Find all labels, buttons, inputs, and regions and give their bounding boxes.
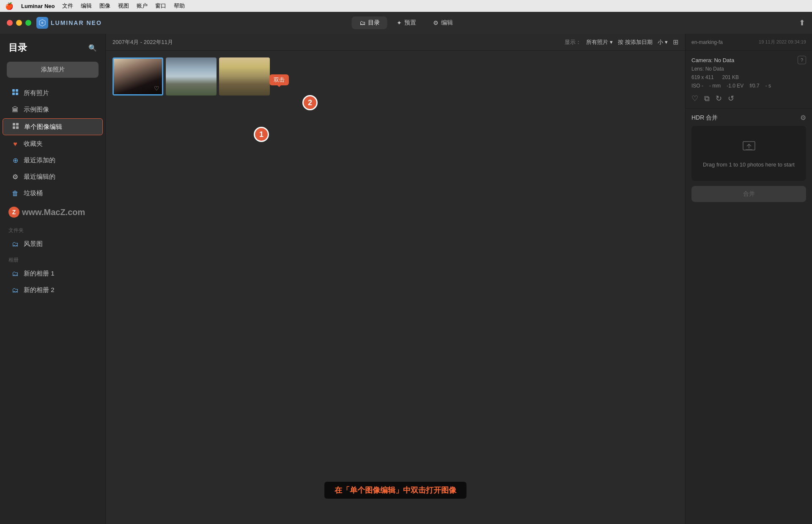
menubar: 🍎 Luminar Neo 文件 编辑 图像 视图 账户 窗口 帮助 bbox=[0, 0, 812, 12]
svg-rect-6 bbox=[13, 123, 15, 126]
menu-file[interactable]: 文件 bbox=[62, 2, 73, 10]
menu-view[interactable]: 视图 bbox=[118, 2, 129, 10]
hdr-merge-button[interactable]: 合并 bbox=[691, 186, 806, 202]
sidebar-item-landscapes[interactable]: 🗂 风景图 bbox=[3, 236, 103, 252]
folder-icon: 🗂 bbox=[11, 240, 19, 248]
hdr-title: HDR 合并 bbox=[691, 114, 718, 122]
chevron-down-icon: ▾ bbox=[610, 39, 613, 45]
sidebar-item-label: 最近编辑的 bbox=[24, 173, 55, 181]
bottom-annotation: 在「单个图像编辑」中双击打开图像 bbox=[324, 482, 466, 499]
chevron-down-icon-2: ▾ bbox=[665, 39, 668, 45]
add-photo-button[interactable]: 添加照片 bbox=[7, 62, 99, 78]
svg-rect-9 bbox=[16, 126, 19, 129]
fullscreen-button[interactable] bbox=[25, 20, 31, 26]
grid-view-icon[interactable]: ⊞ bbox=[673, 38, 678, 46]
sidebar: 目录 🔍 添加照片 所有照片 🏛 示例图像 单个图像编辑 ♥ 收藏夹 ⊕ 最近添… bbox=[0, 34, 106, 524]
question-button[interactable]: ? bbox=[798, 56, 806, 64]
sidebar-item-label: 收藏夹 bbox=[24, 140, 43, 148]
copy-button[interactable]: ⧉ bbox=[704, 94, 710, 103]
sidebar-item-trash[interactable]: 🗑 垃圾桶 bbox=[3, 186, 103, 201]
albums-section-title: 相册 bbox=[0, 252, 105, 265]
sidebar-header: 目录 🔍 bbox=[0, 34, 105, 58]
display-select[interactable]: 所有照片 ▾ bbox=[586, 38, 613, 46]
sidebar-title: 目录 bbox=[8, 41, 27, 54]
camera-row: Camera: No Data ? bbox=[691, 56, 806, 64]
hdr-settings-icon[interactable]: ⚙ bbox=[800, 114, 806, 122]
svg-rect-2 bbox=[12, 89, 15, 92]
display-label: 显示： bbox=[565, 38, 581, 46]
photo-heart-icon[interactable]: ♡ bbox=[154, 85, 159, 92]
watermark-z-icon: Z bbox=[8, 207, 19, 218]
ev-label: -1.0 EV bbox=[727, 83, 743, 89]
content-toolbar: 2007年4月 - 2022年11月 显示： 所有照片 ▾ 按 按添加日期 小 … bbox=[106, 34, 685, 51]
search-icon[interactable]: 🔍 bbox=[88, 44, 97, 52]
exif-section: Camera: No Data ? Lens: No Data 619 x 41… bbox=[686, 51, 812, 109]
content-wrapper: 双击 1 2 2007年4月 - 2022年11月 显示： 所有照片 ▾ 按 按… bbox=[106, 34, 685, 524]
sidebar-item-album-1[interactable]: 🗂 新的相册 1 bbox=[3, 266, 103, 281]
filename-label: en-marking-fa bbox=[691, 39, 723, 45]
svg-rect-3 bbox=[16, 89, 18, 92]
content-area: 2007年4月 - 2022年11月 显示： 所有照片 ▾ 按 按添加日期 小 … bbox=[106, 34, 685, 524]
favorites-icon: ♥ bbox=[11, 140, 19, 148]
sidebar-item-single-edit[interactable]: 单个图像编辑 bbox=[3, 118, 103, 135]
menu-account[interactable]: 账户 bbox=[137, 2, 148, 10]
sort-select[interactable]: 按 按添加日期 bbox=[618, 38, 653, 46]
menu-help[interactable]: 帮助 bbox=[174, 2, 185, 10]
annotation-step-1: 1 bbox=[254, 127, 269, 142]
svg-rect-11 bbox=[746, 149, 752, 150]
tab-presets[interactable]: ✦ 预置 bbox=[389, 16, 424, 29]
share-button[interactable]: ⬆ bbox=[799, 18, 805, 27]
sidebar-item-recent-added[interactable]: ⊕ 最近添加的 bbox=[3, 153, 103, 168]
toolbar-right: 显示： 所有照片 ▾ 按 按添加日期 小 ▾ ⊞ bbox=[565, 38, 678, 46]
close-button[interactable] bbox=[7, 20, 13, 26]
apple-icon[interactable]: 🍎 bbox=[5, 2, 14, 10]
favorite-button[interactable]: ♡ bbox=[691, 94, 698, 103]
sidebar-item-label: 所有照片 bbox=[24, 89, 49, 97]
sidebar-item-all-photos[interactable]: 所有照片 bbox=[3, 85, 103, 101]
focal-label: - mm bbox=[709, 83, 721, 89]
hdr-drop-zone[interactable]: Drag from 1 to 10 photos here to start bbox=[691, 126, 806, 181]
svg-rect-5 bbox=[16, 93, 18, 95]
photo-thumb-3[interactable] bbox=[219, 57, 270, 96]
menu-window[interactable]: 窗口 bbox=[155, 2, 166, 10]
rotate-cw-button[interactable]: ↻ bbox=[716, 94, 722, 103]
folders-section-title: 文件夹 bbox=[0, 223, 105, 236]
titlebar: LUMINAR NEO 🗂 目录 ✦ 预置 ⚙ 编辑 ⬆ bbox=[0, 12, 812, 34]
minimize-button[interactable] bbox=[16, 20, 22, 26]
shutter-label: - s bbox=[765, 83, 771, 89]
exif-actions: ♡ ⧉ ↻ ↺ bbox=[691, 94, 806, 103]
sidebar-item-recent-edited[interactable]: ⚙ 最近编辑的 bbox=[3, 169, 103, 185]
tab-edit[interactable]: ⚙ 编辑 bbox=[425, 16, 461, 29]
center-tabs: 🗂 目录 ✦ 预置 ⚙ 编辑 bbox=[352, 16, 461, 29]
dimensions-label: 619 x 411 bbox=[691, 74, 714, 80]
tab-catalog[interactable]: 🗂 目录 bbox=[352, 16, 387, 29]
single-edit-icon bbox=[11, 123, 20, 131]
sidebar-item-label: 新的相册 2 bbox=[24, 286, 55, 294]
dims-row: 619 x 411 201 KB bbox=[691, 74, 806, 80]
size-select[interactable]: 小 ▾ bbox=[658, 38, 668, 46]
hdr-section: HDR 合并 ⚙ Drag from 1 to 10 photos here t… bbox=[686, 109, 812, 524]
samples-icon: 🏛 bbox=[11, 106, 19, 114]
rotate-ccw-button[interactable]: ↺ bbox=[728, 94, 734, 103]
filesize-label: 201 KB bbox=[722, 74, 739, 80]
recent-added-icon: ⊕ bbox=[11, 156, 19, 164]
photo-thumb-1[interactable]: ♡ bbox=[112, 57, 163, 96]
sidebar-item-favorites[interactable]: ♥ 收藏夹 bbox=[3, 136, 103, 152]
album-icon-1: 🗂 bbox=[11, 270, 19, 278]
photo-thumb-2[interactable] bbox=[166, 57, 217, 96]
menu-image[interactable]: 图像 bbox=[99, 2, 110, 10]
sidebar-item-label: 垃圾桶 bbox=[24, 189, 43, 197]
camera-label: Camera: No Data bbox=[691, 57, 734, 63]
sidebar-item-samples[interactable]: 🏛 示例图像 bbox=[3, 102, 103, 117]
right-panel-header: en-marking-fa 19 11月 2022 09:34:19 bbox=[686, 34, 812, 51]
catalog-icon: 🗂 bbox=[359, 19, 365, 26]
trash-icon: 🗑 bbox=[11, 190, 19, 197]
sidebar-item-album-2[interactable]: 🗂 新的相册 2 bbox=[3, 282, 103, 298]
lens-label: Lens: No Data bbox=[691, 66, 806, 72]
svg-point-1 bbox=[41, 22, 44, 24]
traffic-lights bbox=[7, 20, 31, 26]
menu-edit[interactable]: 编辑 bbox=[81, 2, 92, 10]
exif-settings-row: ISO - - mm -1.0 EV f/0.7 - s bbox=[691, 83, 806, 89]
sidebar-item-label: 单个图像编辑 bbox=[24, 123, 62, 131]
main-layout: 目录 🔍 添加照片 所有照片 🏛 示例图像 单个图像编辑 ♥ 收藏夹 ⊕ 最近添… bbox=[0, 34, 812, 524]
